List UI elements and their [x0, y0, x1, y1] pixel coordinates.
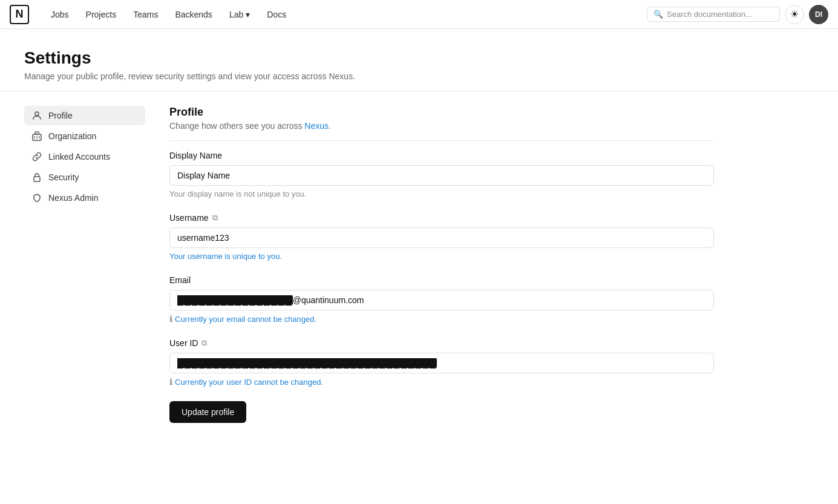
navbar-right: 🔍 Search documentation... ☀ DI [647, 5, 828, 24]
section-subtitle-link[interactable]: Nexus. [304, 121, 331, 131]
svg-rect-6 [34, 177, 40, 182]
email-redacted: ████████████████ [177, 295, 293, 305]
chevron-down-icon: ▾ [246, 10, 250, 19]
person-icon [31, 111, 42, 120]
user-id-hint-text: Currently your user ID cannot be changed… [175, 378, 323, 387]
sidebar-label-profile: Profile [48, 111, 73, 120]
email-hint: ℹ Currently your email cannot be changed… [169, 314, 714, 324]
username-group: Username ⧉ Your username is unique to yo… [169, 213, 714, 261]
user-id-hint: ℹ Currently your user ID cannot be chang… [169, 377, 714, 387]
theme-toggle-button[interactable]: ☀ [785, 5, 804, 24]
user-id-group: User ID ⧉ ██████████████████████████████… [169, 338, 714, 387]
page: Settings Manage your public profile, rev… [0, 29, 838, 437]
username-label-text: Username [169, 213, 209, 223]
user-id-display: ████████████████████████████████████ [169, 353, 714, 373]
avatar[interactable]: DI [809, 5, 828, 24]
copy-username-button[interactable]: ⧉ [212, 213, 218, 223]
username-input[interactable] [169, 227, 714, 248]
search-placeholder: Search documentation... [667, 10, 752, 19]
username-label: Username ⧉ [169, 213, 714, 223]
nav-item-docs[interactable]: Docs [260, 6, 293, 23]
organization-icon [31, 131, 42, 141]
sidebar-item-profile[interactable]: Profile [24, 106, 145, 125]
sidebar-item-organization[interactable]: Organization [24, 126, 145, 146]
email-label: Email [169, 275, 714, 285]
search-box[interactable]: 🔍 Search documentation... [647, 7, 780, 22]
email-info-icon: ℹ [169, 314, 172, 324]
page-body: Profile Organization Linked Accounts Sec… [0, 91, 838, 437]
nav-links: Jobs Projects Teams Backends Lab ▾ Docs [44, 6, 647, 23]
update-profile-button[interactable]: Update profile [169, 401, 246, 423]
profile-section-title: Profile [169, 106, 714, 119]
svg-point-0 [35, 112, 39, 116]
page-subtitle: Manage your public profile, review secur… [24, 71, 814, 81]
svg-rect-2 [35, 132, 39, 134]
display-name-label: Display Name [169, 151, 714, 160]
user-id-info-icon: ℹ [169, 377, 172, 387]
sidebar-item-linked-accounts[interactable]: Linked Accounts [24, 147, 145, 166]
user-id-redacted: ████████████████████████████████████ [177, 358, 437, 368]
main-content: Profile Change how others see you across… [169, 106, 714, 423]
sidebar-label-linked-accounts: Linked Accounts [48, 152, 110, 162]
nav-item-jobs[interactable]: Jobs [44, 6, 76, 23]
sidebar-label-security: Security [48, 172, 79, 182]
email-display: ████████████████ @quantinuum.com [169, 290, 714, 310]
email-group: Email ████████████████ @quantinuum.com ℹ… [169, 275, 714, 324]
display-name-hint: Your display name is not unique to you. [169, 189, 714, 198]
logo[interactable]: N [10, 5, 29, 24]
sidebar: Profile Organization Linked Accounts Sec… [24, 106, 145, 423]
display-name-input[interactable] [169, 165, 714, 186]
nav-item-projects[interactable]: Projects [79, 6, 124, 23]
page-subtitle-text: Manage your public profile, review secur… [24, 71, 355, 81]
copy-user-id-button[interactable]: ⧉ [201, 338, 207, 348]
sidebar-label-organization: Organization [48, 131, 96, 141]
nav-item-teams[interactable]: Teams [126, 6, 165, 23]
nav-item-backends[interactable]: Backends [168, 6, 219, 23]
sidebar-item-nexus-admin[interactable]: Nexus Admin [24, 188, 145, 208]
sidebar-label-nexus-admin: Nexus Admin [48, 193, 98, 203]
email-suffix: @quantinuum.com [293, 295, 364, 305]
sun-icon: ☀ [790, 8, 799, 20]
profile-section-header: Profile Change how others see you across… [169, 106, 714, 141]
nav-item-lab[interactable]: Lab ▾ [222, 6, 257, 23]
section-subtitle-text: Change how others see you across [169, 121, 302, 131]
username-hint: Your username is unique to you. [169, 252, 714, 261]
link-icon [31, 152, 42, 162]
page-header: Settings Manage your public profile, rev… [0, 29, 838, 91]
page-title: Settings [24, 48, 814, 68]
sidebar-item-security[interactable]: Security [24, 168, 145, 187]
profile-section-subtitle: Change how others see you across Nexus. [169, 121, 714, 131]
search-icon: 🔍 [653, 10, 663, 19]
navbar: N Jobs Projects Teams Backends Lab ▾ Doc… [0, 0, 838, 29]
email-hint-text: Currently your email cannot be changed. [175, 315, 316, 324]
logo-text: N [16, 8, 24, 21]
lock-icon [31, 172, 42, 182]
nav-lab-label: Lab [229, 10, 243, 19]
user-id-label-text: User ID [169, 338, 198, 348]
display-name-group: Display Name Your display name is not un… [169, 151, 714, 198]
avatar-initials: DI [815, 10, 822, 19]
shield-icon [31, 193, 42, 203]
user-id-label: User ID ⧉ [169, 338, 714, 348]
